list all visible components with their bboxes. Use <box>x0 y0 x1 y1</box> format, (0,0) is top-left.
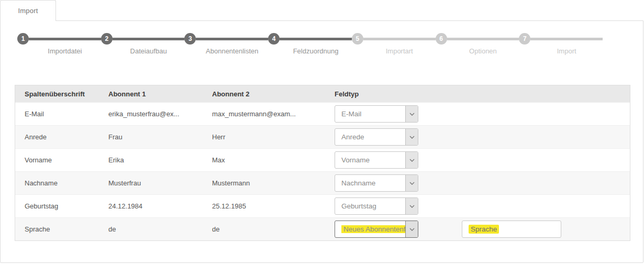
cell-column-name: Vorname <box>15 156 108 164</box>
cell-abonnent-2: de <box>212 225 335 233</box>
step-number-1: 1 <box>17 33 29 45</box>
step-label-dateiaufbau: Dateiaufbau <box>113 47 185 55</box>
step-connector-3 <box>196 38 268 40</box>
step-abonnentenlisten[interactable]: 3 Abonnentenlisten <box>184 33 268 45</box>
feldtyp-select-email[interactable]: E-Mail <box>335 105 418 123</box>
wizard-panel: 1 Importdatei 2 Dateiaufbau 3 Abonnenten… <box>0 20 643 263</box>
table-row-email: E-Mail erika_musterfrau@ex... max_muster… <box>15 102 630 125</box>
cell-column-name: Sprache <box>15 225 108 233</box>
chevron-down-icon <box>405 221 418 237</box>
cell-abonnent-1: Musterfrau <box>108 179 212 187</box>
feldtyp-select-value: Vorname <box>335 156 405 164</box>
chevron-down-icon <box>405 106 418 122</box>
step-connector-6 <box>447 38 519 40</box>
feldtyp-select-anrede[interactable]: Anrede <box>335 128 418 146</box>
header-spaltenueberschrift: Spaltenüberschrift <box>15 90 108 98</box>
wizard-stepper: 1 Importdatei 2 Dateiaufbau 3 Abonnenten… <box>17 33 603 45</box>
header-feldtyp: Feldtyp <box>335 90 630 98</box>
cell-abonnent-2: max_mustermann@exam... <box>212 110 335 118</box>
step-label-optionen: Optionen <box>447 47 519 55</box>
cell-abonnent-2: Mustermann <box>212 179 335 187</box>
cell-abonnent-2: 25.12.1985 <box>212 202 335 210</box>
cell-column-name: Geburtstag <box>15 202 108 210</box>
tab-import-label: Import <box>18 7 38 15</box>
feldtyp-select-geburtstag[interactable]: Geburtstag <box>335 197 418 215</box>
table-row-sprache: Sprache de de Neues Abonnentenf Sprache <box>15 217 630 240</box>
feldtyp-select-vorname[interactable]: Vorname <box>335 151 418 169</box>
step-label-abonnentenlisten: Abonnentenlisten <box>196 47 268 55</box>
import-wizard-page: Import 1 Importdatei 2 Dateiaufbau 3 Abo… <box>0 0 644 264</box>
new-field-name-value-highlighted: Sprache <box>469 225 499 234</box>
header-abonnent-1: Abonnent 1 <box>108 90 212 98</box>
feldtyp-select-value: Anrede <box>335 133 405 141</box>
table-row-nachname: Nachname Musterfrau Mustermann Nachname <box>15 171 630 194</box>
step-connector-7 <box>530 38 603 40</box>
step-label-import: Import <box>530 47 603 55</box>
step-number-2: 2 <box>101 33 113 45</box>
step-connector-1 <box>29 38 101 40</box>
cell-column-name: Anrede <box>15 133 108 141</box>
feldtyp-select-sprache[interactable]: Neues Abonnentenf <box>335 221 418 238</box>
step-connector-2 <box>113 38 185 40</box>
new-field-name-input[interactable]: Sprache <box>462 221 561 238</box>
feldtyp-select-value: Nachname <box>335 179 405 187</box>
step-import: 7 Import <box>519 33 603 45</box>
step-connector-4 <box>280 38 352 40</box>
step-label-feldzuordnung: Feldzuordnung <box>280 47 352 55</box>
step-dateiaufbau[interactable]: 2 Dateiaufbau <box>101 33 185 45</box>
cell-abonnent-1: erika_musterfrau@ex... <box>108 110 212 118</box>
step-feldzuordnung[interactable]: 4 Feldzuordnung <box>268 33 352 45</box>
chevron-down-icon <box>405 198 418 214</box>
step-number-7: 7 <box>519 33 530 45</box>
table-row-anrede: Anrede Frau Herr Anrede <box>15 125 630 148</box>
cell-abonnent-1: Frau <box>108 133 212 141</box>
step-number-4: 4 <box>268 33 280 45</box>
feldtyp-select-value: Geburtstag <box>335 202 405 210</box>
field-mapping-table: Spaltenüberschrift Abonnent 1 Abonnent 2… <box>15 85 630 241</box>
step-number-3: 3 <box>184 33 196 45</box>
header-abonnent-2: Abonnent 2 <box>212 90 335 98</box>
table-header-row: Spaltenüberschrift Abonnent 1 Abonnent 2… <box>15 85 630 102</box>
chevron-down-icon <box>405 152 418 168</box>
step-connector-5 <box>363 38 436 40</box>
cell-abonnent-1: de <box>108 225 212 233</box>
feldtyp-select-value: E-Mail <box>335 110 405 118</box>
table-row-vorname: Vorname Erika Max Vorname <box>15 148 630 171</box>
cell-column-name: E-Mail <box>15 110 108 118</box>
cell-abonnent-2: Herr <box>212 133 335 141</box>
cell-column-name: Nachname <box>15 179 108 187</box>
tab-import[interactable]: Import <box>0 0 56 21</box>
step-number-5: 5 <box>352 33 363 45</box>
chevron-down-icon <box>405 129 418 145</box>
cell-abonnent-1: 24.12.1984 <box>108 202 212 210</box>
cell-abonnent-2: Max <box>212 156 335 164</box>
step-importdatei[interactable]: 1 Importdatei <box>17 33 101 45</box>
cell-abonnent-1: Erika <box>108 156 212 164</box>
table-row-geburtstag: Geburtstag 24.12.1984 25.12.1985 Geburts… <box>15 194 630 217</box>
step-label-importdatei: Importdatei <box>29 47 101 55</box>
step-label-importart: Importart <box>363 47 436 55</box>
step-number-6: 6 <box>436 33 447 45</box>
feldtyp-select-value-highlighted: Neues Abonnentenf <box>341 225 405 233</box>
chevron-down-icon <box>405 175 418 191</box>
feldtyp-select-nachname[interactable]: Nachname <box>335 174 418 192</box>
step-optionen: 6 Optionen <box>436 33 519 45</box>
step-importart: 5 Importart <box>352 33 436 45</box>
